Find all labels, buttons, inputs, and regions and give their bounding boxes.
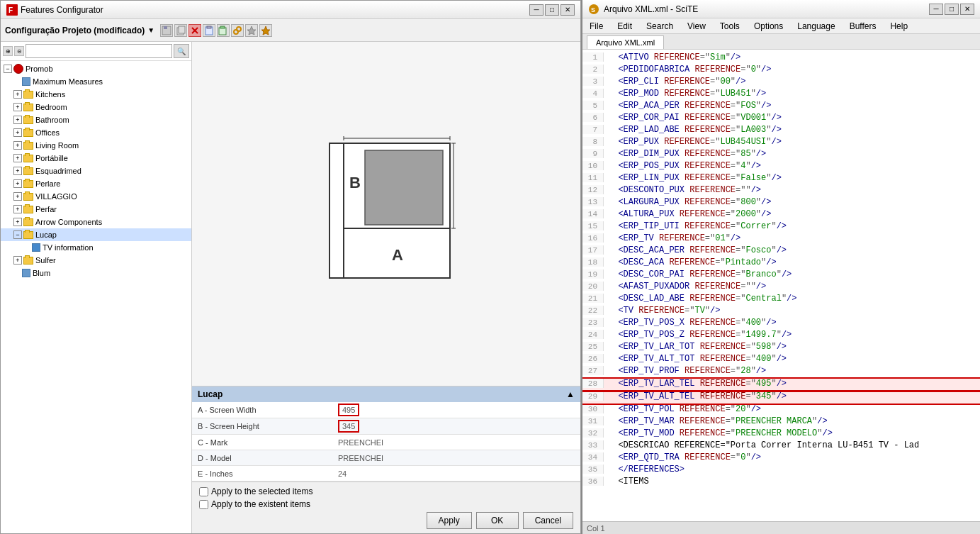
expand-perfar-icon[interactable]: + <box>13 205 22 213</box>
line-content: <ERP_TV_MAR REFERENCE="PREENCHER MARCA"/… <box>608 416 980 426</box>
tree-item-bathroom[interactable]: + Bathroom <box>1 113 191 126</box>
row-value-b[interactable]: 345 <box>334 418 580 435</box>
scite-maximize-button[interactable]: □ <box>945 4 959 15</box>
tree-item-lucap[interactable]: − Lucap <box>1 228 191 241</box>
delete-icon[interactable] <box>188 24 201 37</box>
window-title: Features Configurator <box>21 5 103 15</box>
minimize-button[interactable]: ─ <box>529 4 543 16</box>
paste-icon[interactable] <box>203 24 215 37</box>
tree-item-perlare[interactable]: + Perlare <box>1 177 191 190</box>
menu-help[interactable]: Help <box>887 21 911 32</box>
search-button[interactable]: 🔍 <box>174 44 189 58</box>
line-content: <ERP_TV_POS_X REFERENCE="400"/> <box>608 318 980 328</box>
expand-kitchens-icon[interactable]: + <box>13 90 22 99</box>
titlebar-left: F Features Configurator <box>6 4 103 16</box>
pin-icon[interactable] <box>245 24 258 37</box>
cancel-button[interactable]: Cancel <box>523 512 573 529</box>
expand-villaggio-icon[interactable]: + <box>13 192 22 201</box>
dropdown-arrow-icon[interactable]: ▼ <box>147 26 154 34</box>
row-value-e[interactable]: 24 <box>334 466 580 482</box>
search-input[interactable] <box>26 44 172 58</box>
apply-button[interactable]: Apply <box>427 512 472 529</box>
scite-minimize-button[interactable]: ─ <box>929 4 943 15</box>
blum-label: Blum <box>33 269 50 277</box>
expand-bathroom-icon[interactable]: + <box>13 116 22 124</box>
tree-item-portabille[interactable]: + Portábille <box>1 152 191 165</box>
line-content: <ERP_TV REFERENCE="01"/> <box>608 233 980 243</box>
row-value-a[interactable]: 495 <box>334 402 580 418</box>
tree-item-arrow[interactable]: + Arrow Components <box>1 216 191 228</box>
row-value-d[interactable]: PREENCHEI <box>334 450 580 466</box>
menu-buffers[interactable]: Buffers <box>847 21 879 32</box>
code-line: 32 <ERP_TV_MOD REFERENCE="PREENCHER MODE… <box>582 428 980 440</box>
app-icon: F <box>6 4 18 16</box>
line-number: 23 <box>582 318 604 327</box>
collapse-icon[interactable]: ▲ <box>566 389 575 399</box>
row-value-c[interactable]: PREENCHEI <box>334 435 580 450</box>
tree-icon2[interactable]: ⊝ <box>14 46 24 56</box>
expand-arrow-icon[interactable]: + <box>13 218 22 226</box>
line-number: 21 <box>582 294 604 303</box>
expand-esquadrimed-icon[interactable]: + <box>13 167 22 175</box>
expand-portabille-icon[interactable]: + <box>13 154 22 162</box>
tree-icon1[interactable]: ⊕ <box>3 46 13 56</box>
tree-item-bedroom[interactable]: + Bedroom <box>1 101 191 113</box>
line-content: <DESC_ACA_PER REFERENCE="Fosco"/> <box>608 245 980 255</box>
line-number: 27 <box>582 366 604 375</box>
tree-item-max-measures[interactable]: Maximum Measures <box>1 75 191 88</box>
tree-item-blum[interactable]: Blum <box>1 267 191 279</box>
apply-selected-checkbox[interactable] <box>199 487 208 496</box>
link-icon[interactable] <box>231 24 244 37</box>
apply-existent-checkbox[interactable] <box>199 500 208 509</box>
code-line: 22 <TV REFERENCE="TV"/> <box>582 306 980 318</box>
menu-edit[interactable]: Edit <box>614 21 635 32</box>
menu-file[interactable]: File <box>587 21 606 32</box>
line-content: <ERP_TV_POS_Z REFERENCE="1499.7"/> <box>608 330 980 340</box>
menu-view[interactable]: View <box>685 21 709 32</box>
copy-icon[interactable] <box>174 24 187 37</box>
pin2-icon[interactable] <box>259 24 272 37</box>
tree-item-living-room[interactable]: + Living Room <box>1 139 191 152</box>
expand-lucap-icon[interactable]: − <box>13 230 22 239</box>
expand-sulfer-icon[interactable]: + <box>13 256 22 265</box>
line-content: <ERP_TV_ALT_TOT REFERENCE="400"/> <box>608 354 980 364</box>
esquadrimed-label: Esquadrimed <box>35 167 81 175</box>
paste2-icon[interactable] <box>217 24 230 37</box>
code-line: 12 <DESCONTO_PUX REFERENCE=""/> <box>582 185 980 197</box>
expand-perlare-icon[interactable]: + <box>13 179 22 188</box>
scite-close-button[interactable]: ✕ <box>960 4 974 15</box>
line-number: 31 <box>582 416 604 425</box>
tree-item-promob[interactable]: − Promob <box>1 62 191 75</box>
expand-promob-icon[interactable]: − <box>4 65 12 73</box>
expand-bedroom-icon[interactable]: + <box>13 103 22 111</box>
close-button[interactable]: ✕ <box>561 4 575 16</box>
line-content: </REFERENCES> <box>608 465 980 474</box>
features-configurator-window: F Features Configurator ─ □ ✕ Configuraç… <box>0 0 581 534</box>
code-line: 13 <LARGURA_PUX REFERENCE="800"/> <box>582 197 980 209</box>
kitchens-folder-icon <box>23 91 33 99</box>
max-measures-label: Maximum Measures <box>33 77 103 86</box>
menu-search[interactable]: Search <box>643 21 676 32</box>
expand-offices-icon[interactable]: + <box>13 128 22 137</box>
tree-item-tv[interactable]: TV information <box>1 241 191 254</box>
maximize-button[interactable]: □ <box>545 4 559 16</box>
sulfer-folder-icon <box>23 257 33 265</box>
tree-item-perfar[interactable]: + Perfar <box>1 203 191 216</box>
tree-item-esquadrimed[interactable]: + Esquadrimed <box>1 165 191 177</box>
tab-arquivo-xml[interactable]: Arquivo XML.xml <box>587 35 664 49</box>
menu-tools[interactable]: Tools <box>717 21 743 32</box>
tree-item-villaggio[interactable]: + VILLAGGIO <box>1 190 191 203</box>
tree-item-offices[interactable]: + Offices <box>1 126 191 139</box>
tree-item-sulfer[interactable]: + Sulfer <box>1 254 191 267</box>
expand-living-icon[interactable]: + <box>13 141 22 150</box>
save-icon[interactable] <box>160 24 173 37</box>
code-area[interactable]: 1 <ATIVO REFERENCE="Sim"/>2 <PEDIDOFABRI… <box>582 50 980 521</box>
menu-options[interactable]: Options <box>751 21 786 32</box>
menu-language[interactable]: Language <box>794 21 838 32</box>
ok-button[interactable]: OK <box>476 512 519 529</box>
villaggio-label: VILLAGGIO <box>35 192 77 201</box>
checkbox-row-2: Apply to the existent items <box>199 499 573 509</box>
content-area: ⊕ ⊝ 🔍 − Promob Maximum Measures <box>1 42 580 533</box>
tree-item-kitchens[interactable]: + Kitchens <box>1 88 191 101</box>
sulfer-label: Sulfer <box>35 256 56 265</box>
